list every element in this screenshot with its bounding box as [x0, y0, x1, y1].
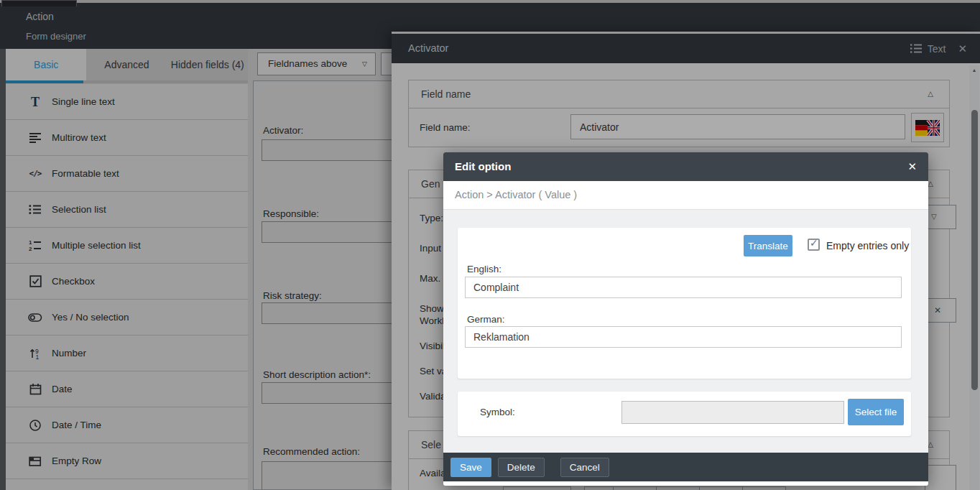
- edit-option-header: Edit option ✕: [443, 152, 928, 181]
- english-label: English:: [467, 264, 501, 274]
- translation-card: Translate ✓ Empty entries only English: …: [458, 228, 911, 379]
- edit-option-footer: Save Delete Cancel: [443, 453, 928, 481]
- symbol-label: Symbol:: [480, 407, 515, 417]
- cancel-button[interactable]: Cancel: [560, 458, 609, 477]
- save-button[interactable]: Save: [450, 458, 491, 477]
- empty-entries-checkbox[interactable]: ✓: [808, 239, 820, 251]
- dialog-title: Edit option: [455, 152, 511, 181]
- german-input[interactable]: [465, 326, 902, 348]
- check-icon: ✓: [810, 237, 818, 249]
- close-icon[interactable]: ✕: [907, 152, 917, 181]
- symbol-card: Symbol: Select file: [458, 392, 911, 436]
- symbol-input: [621, 401, 844, 424]
- empty-entries-label: Empty entries only: [826, 240, 909, 251]
- edit-option-dialog: Edit option ✕ Action > Activator ( Value…: [443, 152, 928, 486]
- german-label: German:: [467, 314, 505, 325]
- breadcrumb: Action > Activator ( Value ): [443, 181, 928, 210]
- english-input[interactable]: [465, 277, 902, 298]
- delete-button[interactable]: Delete: [498, 458, 545, 477]
- edit-option-body: Translate ✓ Empty entries only English: …: [443, 210, 928, 453]
- translate-button[interactable]: Translate: [744, 235, 792, 256]
- screen: Action Form designer Basic Advanced Hidd…: [0, 0, 980, 490]
- select-file-button[interactable]: Select file: [848, 399, 904, 425]
